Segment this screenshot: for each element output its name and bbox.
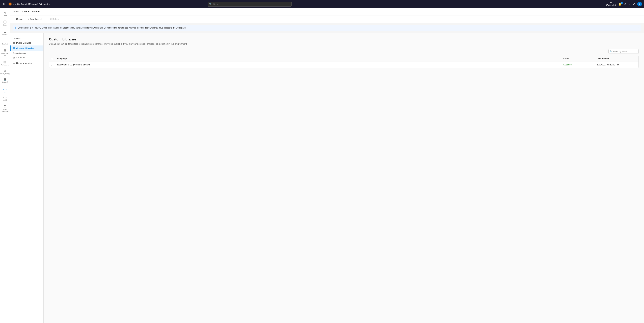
notebook1-icon: 📓 [3,78,6,81]
delete-button[interactable]: 🗑 Delete [48,17,60,21]
avatar[interactable]: S [637,2,642,6]
nav-item-monitoring[interactable]: ◎ Monitoring hub [1,47,10,58]
search-bar: 🔍 [208,2,292,7]
spark-compute-section-title: Spark Compute [10,51,44,55]
breadcrumb-custom-libraries[interactable]: Custom Libraries [22,8,40,15]
monitoring-icon: ◎ [4,48,6,52]
row-last-updated-cell: 10/24/23, 04:22:02 PM [595,62,638,68]
nav-item-dataeng[interactable]: ⚙ Data Engineering [1,103,10,114]
env-selector[interactable]: C env Confidential\Microsoft Extended ▾ [8,3,50,6]
page-subtitle: Upload .jar, .whl or .tar.gz files to in… [49,43,639,45]
create-icon: + [3,20,7,24]
env-chevron-icon: ▾ [49,3,50,5]
info-banner: ℹ Environment is in Preview. Other users… [13,25,641,31]
waffle-icon[interactable]: ⊞ [2,1,6,7]
nav-home-label: Home [3,15,7,17]
upload-button[interactable]: ↑ Upload [13,17,25,21]
breadcrumb-home[interactable]: Home [13,11,18,13]
nav-dataeng-label: Data Engineering [1,109,9,112]
banner-close-button[interactable]: ✕ [638,27,640,29]
notification-icon[interactable]: 🔔 8 [618,3,622,6]
status-badge: Success [563,64,572,66]
nav-item-workspaces[interactable]: ▦ Workspaces [1,58,10,67]
select-all-checkbox[interactable] [51,58,53,60]
env-icon: C [8,3,12,6]
nav-workspaces-label: Workspaces [1,64,9,66]
env11-nav-icon: </> [3,96,6,99]
notification-badge: 8 [620,2,623,4]
spark-properties-icon: ☰ [13,62,15,64]
toolbar-separator [46,18,46,21]
topbar-icons: 🔔 8 ⚙ ? ⤤ S [618,2,642,6]
dataeng-icon: ⚙ [4,104,6,108]
status-column-label: Status [563,58,570,60]
table-header-checkbox [49,56,55,62]
table-header-status: Status [561,56,595,62]
left-nav: ⌂ Home + Create ❑ Browse ⬡ Data hub ◎ Mo… [0,8,10,323]
browse-icon: ❑ [4,29,6,33]
nav-item-shuaijun[interactable]: ◈ Shuaijun_Demo_Env [1,68,10,76]
row-name-cell: testWheel-0.1.1-py3-none-any.whl [55,62,561,68]
nav-item-datahub[interactable]: ⬡ Data hub [1,38,10,46]
download-all-label: Download all [30,18,42,20]
app-body: ⌂ Home + Create ❑ Browse ⬡ Data hub ◎ Mo… [0,8,644,323]
table-row: testWheel-0.1.1-py3-none-any.whl Success… [49,62,638,68]
filter-search-icon: 🔍 [610,50,612,53]
libraries-table: Language ↑ Status Last updated [49,56,639,68]
nav-item-env[interactable]: </> env [1,87,10,94]
nav-item-home[interactable]: ⌂ Home [1,10,10,18]
topbar: ⊞ C env Confidential\Microsoft Extended … [0,0,644,8]
help-icon[interactable]: ? [629,3,630,6]
workspaces-icon: ▦ [3,60,6,64]
sidebar-item-custom-libraries[interactable]: ▤ Custom Libraries [10,46,44,51]
env-nav-icon: </> [3,88,6,91]
sidebar: Libraries ▤ Public Libraries ▤ Custom Li… [10,33,44,323]
row-status-cell: Success [561,62,595,68]
nav-item-browse[interactable]: ❑ Browse [1,28,10,37]
libraries-section-title: Libraries [10,36,44,40]
nav-notebook1-label: Notebook 1 [2,81,8,85]
sidebar-public-libraries-label: Public Libraries [16,42,31,44]
row-checkbox-cell [49,62,55,68]
breadcrumb: Home › Custom Libraries [10,8,644,16]
upload-icon: ↑ [14,18,16,20]
nav-monitoring-label: Monitoring hub [1,53,8,56]
settings-icon[interactable]: ⚙ [624,3,626,6]
nav-item-env11[interactable]: </> env11 [1,95,10,102]
nav-item-notebook1[interactable]: 📓 Notebook 1 [1,77,10,86]
sidebar-item-spark-properties[interactable]: ☰ Spark properties [10,60,44,66]
sidebar-spark-properties-label: Spark properties [16,62,32,64]
download-all-button[interactable]: ↓ Download all [26,17,44,21]
nav-item-create[interactable]: + Create [1,19,10,27]
table-header: Language ↑ Status Last updated [49,56,638,62]
filter-bar: 🔍 [49,49,639,54]
nav-env-label: env [4,91,6,93]
sidebar-item-public-libraries[interactable]: ▤ Public Libraries [10,40,44,46]
shuaijun-icon: ◈ [4,69,6,73]
toolbar: ↑ Upload ↓ Download all 🗑 Delete [10,16,644,23]
page-title: Custom Libraries [49,38,639,41]
last-updated-column-label: Last updated [597,58,610,60]
info-icon: ℹ [15,27,16,30]
nav-datahub-label: Data hub [2,43,8,45]
sidebar-item-compute[interactable]: ⊞ Compute [10,55,44,60]
filter-input[interactable] [608,49,639,54]
sort-icon: ↑ [68,58,68,60]
search-input[interactable] [208,2,292,7]
main-content: Home › Custom Libraries ↑ Upload ↓ Downl… [10,8,644,323]
compute-icon: ⊞ [13,56,15,59]
banner-message: Environment is in Preview. Other users i… [18,27,186,29]
nav-create-label: Create [3,24,7,26]
library-name: testWheel-0.1.1-py3-none-any.whl [57,64,90,66]
upload-label: Upload [16,18,23,20]
table-header-language[interactable]: Language ↑ [55,56,561,62]
product-name: Confidential\Microsoft Extended [17,3,48,5]
topbar-right: Trial: 57 days left 🔔 8 ⚙ ? ⤤ S [606,1,642,7]
public-libraries-icon: ▤ [13,42,15,44]
share-icon[interactable]: ⤤ [633,3,635,6]
row-checkbox[interactable] [51,64,53,66]
breadcrumb-separator: › [20,11,21,13]
nav-env11-label: env11 [3,99,7,101]
table-header-last-updated: Last updated [595,56,638,62]
sidebar-custom-libraries-label: Custom Libraries [16,47,34,50]
